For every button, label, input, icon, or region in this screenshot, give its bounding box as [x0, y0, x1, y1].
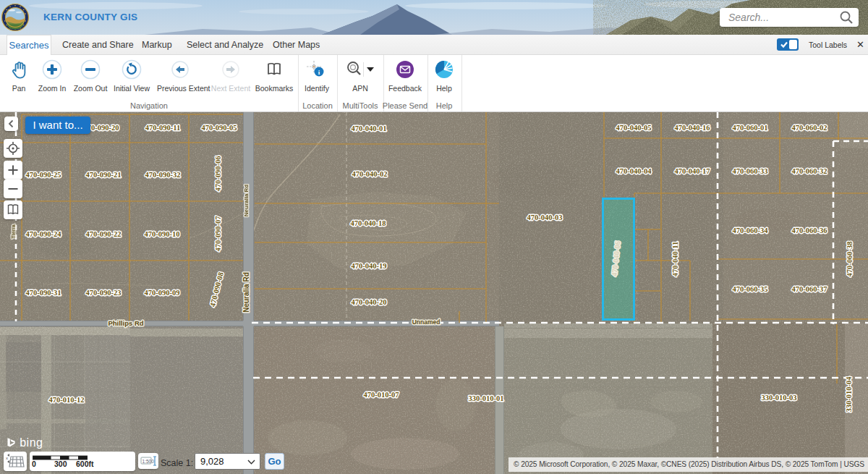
svg-text:470-090-24: 470-090-24: [26, 230, 62, 238]
svg-text:470-090-22: 470-090-22: [86, 230, 122, 238]
svg-text:470-040-02: 470-040-02: [352, 170, 388, 178]
svg-text:1:500: 1:500: [142, 459, 155, 464]
svg-text:470-090-07: 470-090-07: [214, 216, 222, 252]
svg-text:470-040-05: 470-040-05: [616, 124, 652, 132]
svg-text:300: 300: [54, 460, 67, 468]
svg-text:Neuralia Rd: Neuralia Rd: [242, 272, 250, 313]
svg-text:470-060-35: 470-060-35: [733, 285, 768, 293]
svg-text:Tierra: Tierra: [11, 224, 16, 238]
svg-text:330-010-04: 330-010-04: [845, 376, 853, 412]
svg-text:470-060-34: 470-060-34: [733, 227, 769, 234]
svg-text:470-060-36: 470-060-36: [792, 227, 827, 234]
svg-text:0: 0: [32, 460, 36, 468]
svg-text:470-090-21: 470-090-21: [86, 171, 122, 179]
svg-text:470-040-17: 470-040-17: [675, 167, 710, 175]
svg-text:470-060-32: 470-060-32: [792, 167, 827, 175]
svg-text:470-060-02: 470-060-02: [792, 124, 827, 132]
svg-text:470-010-07: 470-010-07: [364, 391, 399, 399]
svg-text:470-040-01: 470-040-01: [352, 124, 387, 132]
svg-text:470-040-16: 470-040-16: [675, 124, 710, 132]
svg-text:470-090-23: 470-090-23: [86, 289, 122, 297]
svg-text:470-060-33: 470-060-33: [733, 167, 768, 175]
svg-text:470-090-11: 470-090-11: [145, 124, 180, 132]
svg-text:x: x: [6, 456, 8, 460]
svg-text:330-010-03: 330-010-03: [762, 394, 797, 402]
svg-text:470-040-19: 470-040-19: [352, 262, 387, 270]
svg-text:330-010-01: 330-010-01: [469, 394, 504, 402]
svg-text:470-060-38: 470-060-38: [846, 242, 854, 277]
svg-text:470-090-31: 470-090-31: [26, 289, 61, 297]
svg-text:Unnamed: Unnamed: [412, 318, 441, 326]
svg-text:470-090-25: 470-090-25: [26, 171, 61, 179]
svg-text:470-090-06: 470-090-06: [214, 156, 222, 192]
svg-text:470-040-11: 470-040-11: [671, 242, 679, 276]
svg-text:470-060-01: 470-060-01: [733, 124, 768, 132]
svg-text:470-090-10: 470-090-10: [145, 230, 180, 238]
svg-text:470-010-12: 470-010-12: [49, 396, 85, 404]
svg-text:470-090-05: 470-090-05: [202, 124, 237, 132]
svg-text:470-040-04: 470-040-04: [616, 167, 652, 175]
svg-text:Phillips Rd: Phillips Rd: [108, 319, 143, 327]
svg-text:600ft: 600ft: [76, 460, 94, 468]
svg-text:Neuralia Rd: Neuralia Rd: [243, 185, 250, 217]
svg-text:470-040-03: 470-040-03: [527, 213, 563, 221]
svg-text:470-040-18: 470-040-18: [351, 219, 386, 227]
svg-text:470-040-20: 470-040-20: [352, 298, 387, 306]
svg-text:470-090-09: 470-090-09: [145, 289, 180, 297]
svg-text:470-060-37: 470-060-37: [792, 285, 827, 293]
svg-text:470-090-32: 470-090-32: [145, 171, 181, 179]
